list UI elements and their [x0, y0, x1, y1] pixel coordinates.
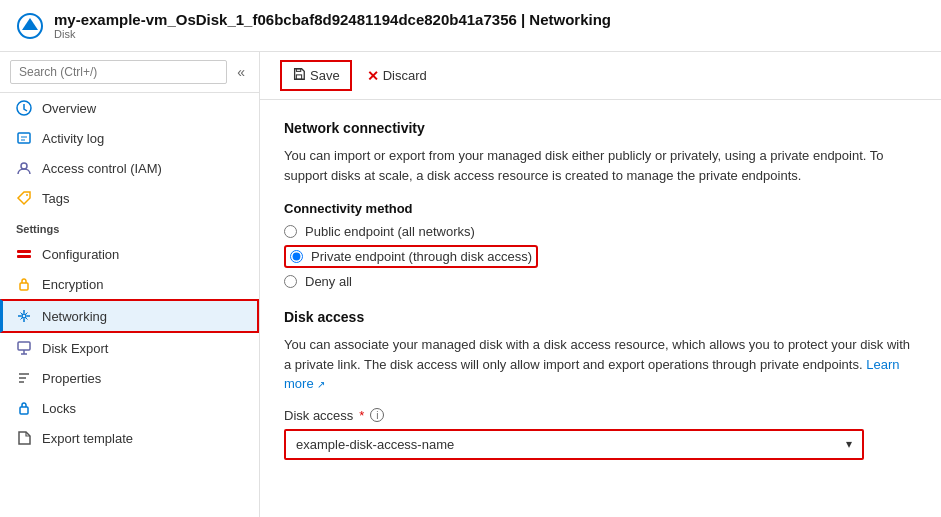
sidebar-item-activity-log[interactable]: Activity log	[0, 123, 259, 153]
disk-export-icon	[16, 340, 32, 356]
overview-icon	[16, 100, 32, 116]
radio-public-label: Public endpoint (all networks)	[305, 224, 475, 239]
sidebar-item-access-label: Access control (IAM)	[42, 161, 162, 176]
configuration-icon	[16, 246, 32, 262]
svg-rect-11	[20, 407, 28, 414]
header-title-group: my-example-vm_OsDisk_1_f06bcbaf8d9248119…	[54, 11, 611, 40]
disk-access-field-row: Disk access * i	[284, 408, 917, 423]
sidebar-item-disk-export-label: Disk Export	[42, 341, 108, 356]
private-endpoint-selected-box: Private endpoint (through disk access)	[284, 245, 538, 268]
connectivity-method-radio-group: Public endpoint (all networks) Private e…	[284, 224, 917, 289]
disk-access-section: Disk access You can associate your manag…	[284, 309, 917, 460]
sidebar-item-config-label: Configuration	[42, 247, 119, 262]
network-connectivity-desc: You can import or export from your manag…	[284, 146, 917, 185]
settings-section-label: Settings	[0, 213, 259, 239]
sidebar-item-properties[interactable]: Properties	[0, 363, 259, 393]
svg-rect-13	[296, 69, 300, 72]
radio-deny-label: Deny all	[305, 274, 352, 289]
toolbar: Save ✕ Discard	[260, 52, 941, 100]
sidebar-item-access-control[interactable]: Access control (IAM)	[0, 153, 259, 183]
network-connectivity-title: Network connectivity	[284, 120, 917, 136]
discard-button[interactable]: ✕ Discard	[356, 62, 438, 90]
save-icon	[292, 67, 306, 84]
main-layout: « Overview Activity log Access control (…	[0, 52, 941, 517]
discard-label: Discard	[383, 68, 427, 83]
encryption-icon	[16, 276, 32, 292]
sidebar-item-locks[interactable]: Locks	[0, 393, 259, 423]
sidebar-item-activity-log-label: Activity log	[42, 131, 104, 146]
save-button[interactable]: Save	[280, 60, 352, 91]
svg-rect-6	[17, 250, 31, 253]
sidebar: « Overview Activity log Access control (…	[0, 52, 260, 517]
activity-icon	[16, 130, 32, 146]
sidebar-item-export-label: Export template	[42, 431, 133, 446]
sidebar-item-disk-export[interactable]: Disk Export	[0, 333, 259, 363]
connectivity-method-label: Connectivity method	[284, 201, 917, 216]
disk-access-desc: You can associate your managed disk with…	[284, 335, 917, 394]
page-content: Network connectivity You can import or e…	[260, 100, 941, 517]
dropdown-value: example-disk-access-name	[296, 437, 454, 452]
disk-access-title: Disk access	[284, 309, 917, 325]
tags-icon	[16, 190, 32, 206]
radio-private-input[interactable]	[290, 250, 303, 263]
page-subtitle: Disk	[54, 28, 611, 40]
svg-rect-8	[20, 283, 28, 290]
svg-rect-10	[18, 342, 30, 350]
radio-deny-input[interactable]	[284, 275, 297, 288]
radio-public-input[interactable]	[284, 225, 297, 238]
sidebar-item-configuration[interactable]: Configuration	[0, 239, 259, 269]
sidebar-item-tags[interactable]: Tags	[0, 183, 259, 213]
disk-access-field-label: Disk access	[284, 408, 353, 423]
network-connectivity-section: Network connectivity You can import or e…	[284, 120, 917, 289]
page-title: my-example-vm_OsDisk_1_f06bcbaf8d9248119…	[54, 11, 611, 28]
svg-point-5	[26, 194, 28, 196]
info-icon[interactable]: i	[370, 408, 384, 422]
svg-rect-3	[18, 133, 30, 143]
disk-access-dropdown[interactable]: example-disk-access-name ▾	[284, 429, 864, 460]
sidebar-item-overview[interactable]: Overview	[0, 93, 259, 123]
page-header: my-example-vm_OsDisk_1_f06bcbaf8d9248119…	[0, 0, 941, 52]
radio-public-endpoint[interactable]: Public endpoint (all networks)	[284, 224, 917, 239]
sidebar-item-tags-label: Tags	[42, 191, 69, 206]
radio-private-endpoint[interactable]: Private endpoint (through disk access)	[284, 245, 917, 268]
radio-deny-all[interactable]: Deny all	[284, 274, 917, 289]
svg-point-4	[21, 163, 27, 169]
collapse-button[interactable]: «	[233, 62, 249, 82]
disk-header-icon	[16, 12, 44, 40]
svg-marker-1	[22, 18, 38, 30]
sidebar-item-networking[interactable]: Networking	[0, 299, 259, 333]
discard-icon: ✕	[367, 68, 379, 84]
sidebar-item-encryption[interactable]: Encryption	[0, 269, 259, 299]
save-label: Save	[310, 68, 340, 83]
sidebar-item-overview-label: Overview	[42, 101, 96, 116]
search-box[interactable]: «	[0, 52, 259, 93]
export-template-icon	[16, 430, 32, 446]
locks-icon	[16, 400, 32, 416]
svg-point-9	[22, 314, 26, 318]
sidebar-item-properties-label: Properties	[42, 371, 101, 386]
radio-private-label: Private endpoint (through disk access)	[311, 249, 532, 264]
sidebar-item-locks-label: Locks	[42, 401, 76, 416]
dropdown-arrow-icon: ▾	[846, 437, 852, 451]
sidebar-item-networking-label: Networking	[42, 309, 107, 324]
properties-icon	[16, 370, 32, 386]
search-input[interactable]	[10, 60, 227, 84]
networking-icon	[16, 308, 32, 324]
content-area: Save ✕ Discard Network connectivity You …	[260, 52, 941, 517]
svg-rect-7	[17, 255, 31, 258]
required-indicator: *	[359, 408, 364, 423]
sidebar-item-encryption-label: Encryption	[42, 277, 103, 292]
access-control-icon	[16, 160, 32, 176]
sidebar-item-export-template[interactable]: Export template	[0, 423, 259, 453]
